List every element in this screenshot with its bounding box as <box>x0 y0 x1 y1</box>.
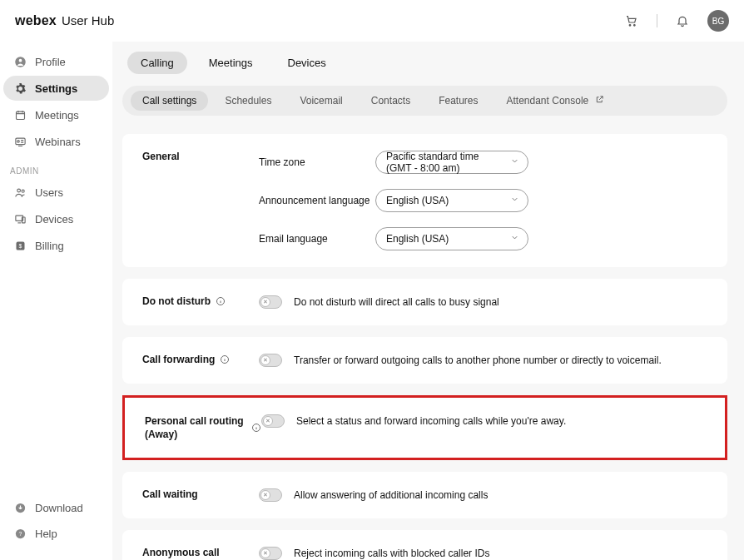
download-icon <box>13 501 27 514</box>
sidebar-item-devices[interactable]: Devices <box>3 206 109 231</box>
sidebar-item-webinars[interactable]: Webinars <box>3 129 109 154</box>
toggle-knob: ✕ <box>260 297 270 307</box>
sidebar: Profile Settings Meetings Webinars <box>0 42 112 560</box>
call-forwarding-toggle[interactable]: ✕ <box>259 354 282 367</box>
personal-routing-title-text: Personal call routing (Away) <box>145 414 246 441</box>
sidebar-item-label: Users <box>35 186 63 199</box>
dnd-title-text: Do not disturb <box>142 295 211 307</box>
dnd-title: Do not disturb <box>142 295 259 307</box>
subtab-voicemail[interactable]: Voicemail <box>288 91 354 111</box>
gear-icon <box>13 82 27 95</box>
logo: webex User Hub <box>15 13 114 28</box>
sidebar-item-billing[interactable]: $ Billing <box>3 233 109 258</box>
logo-product: User Hub <box>62 13 114 27</box>
announcement-lang-value: English (USA) <box>386 195 449 206</box>
svg-rect-10 <box>22 217 25 223</box>
chevron-down-icon <box>510 156 519 168</box>
chevron-down-icon <box>510 233 519 245</box>
sidebar-item-users[interactable]: Users <box>3 180 109 205</box>
subtab-label: Attendant Console <box>507 95 589 107</box>
logo-brand: webex <box>15 13 57 28</box>
svg-text:?: ? <box>18 531 22 537</box>
anon-reject-desc: Reject incoming calls with blocked calle… <box>294 548 489 559</box>
profile-icon <box>13 55 27 68</box>
sidebar-item-profile[interactable]: Profile <box>3 49 109 74</box>
email-lang-value: English (USA) <box>386 233 449 245</box>
sidebar-item-label: Settings <box>35 82 77 95</box>
tab-devices[interactable]: Devices <box>275 52 340 74</box>
sidebar-item-settings[interactable]: Settings <box>3 76 109 101</box>
call-waiting-card: Call waiting ✕ Allow answering of additi… <box>122 472 727 518</box>
sidebar-item-label: Billing <box>35 240 64 252</box>
announcement-lang-label: Announcement language <box>259 195 375 206</box>
billing-icon: $ <box>13 239 27 252</box>
avatar[interactable]: BG <box>707 10 729 32</box>
devices-icon <box>13 212 27 225</box>
call-forwarding-card: Call forwarding ✕ Transfer or forward ou… <box>122 337 727 384</box>
sidebar-item-download[interactable]: Download <box>3 495 109 520</box>
header-divider <box>657 14 657 27</box>
call-waiting-toggle[interactable]: ✕ <box>259 488 282 502</box>
announcement-lang-select[interactable]: English (USA) <box>375 189 528 212</box>
info-icon[interactable] <box>251 423 261 433</box>
top-tabs: Calling Meetings Devices <box>122 52 727 74</box>
personal-routing-card: Personal call routing (Away) ✕ Select a … <box>122 395 727 460</box>
time-zone-value: Pacific standard time (GMT - 8:00 am) <box>386 151 504 174</box>
call-forwarding-title: Call forwarding <box>142 354 259 365</box>
personal-routing-title: Personal call routing (Away) <box>145 414 261 441</box>
subtab-contacts[interactable]: Contacts <box>360 91 422 111</box>
time-zone-label: Time zone <box>259 156 375 168</box>
svg-point-7 <box>17 189 20 192</box>
time-zone-select[interactable]: Pacific standard time (GMT - 8:00 am) <box>375 151 528 174</box>
app-header: webex User Hub BG <box>0 0 744 42</box>
personal-routing-desc: Select a status and forward incoming cal… <box>296 415 566 427</box>
svg-rect-4 <box>16 112 24 119</box>
dnd-desc: Do not disturb will direct all calls to … <box>294 296 499 308</box>
toggle-knob: ✕ <box>260 355 270 365</box>
svg-point-6 <box>17 140 19 142</box>
sidebar-item-label: Profile <box>35 56 66 68</box>
call-forwarding-desc: Transfer or forward outgoing calls to an… <box>294 354 662 366</box>
main-content: Calling Meetings Devices Call settings S… <box>112 42 744 560</box>
help-icon: ? <box>13 527 27 540</box>
users-icon <box>13 186 27 199</box>
sidebar-item-meetings[interactable]: Meetings <box>3 102 109 127</box>
subtab-schedules[interactable]: Schedules <box>213 91 283 111</box>
svg-point-1 <box>634 25 636 27</box>
info-icon[interactable] <box>220 354 230 364</box>
anon-reject-toggle[interactable]: ✕ <box>259 547 282 560</box>
email-lang-label: Email language <box>259 233 375 245</box>
external-link-icon <box>595 95 604 107</box>
svg-point-0 <box>629 25 631 27</box>
dnd-toggle[interactable]: ✕ <box>259 295 282 309</box>
svg-point-8 <box>22 190 24 192</box>
subtab-call-settings[interactable]: Call settings <box>131 91 208 111</box>
toggle-knob: ✕ <box>263 416 273 426</box>
tab-calling[interactable]: Calling <box>127 52 187 74</box>
cart-icon[interactable] <box>625 14 638 27</box>
subtab-attendant-console[interactable]: Attendant Console <box>495 91 616 111</box>
bell-icon[interactable] <box>676 14 689 27</box>
info-icon[interactable] <box>216 296 226 306</box>
sidebar-item-label: Webinars <box>35 136 81 148</box>
sidebar-item-help[interactable]: ? Help <box>3 521 109 546</box>
call-waiting-desc: Allow answering of additional incoming c… <box>294 489 488 501</box>
anon-reject-title: Anonymous call rejection <box>142 547 259 560</box>
call-forwarding-title-text: Call forwarding <box>142 354 215 365</box>
email-lang-select[interactable]: English (USA) <box>375 227 528 250</box>
sidebar-item-label: Help <box>35 528 57 540</box>
svg-point-3 <box>18 58 22 62</box>
sidebar-item-label: Meetings <box>35 109 79 121</box>
tab-meetings[interactable]: Meetings <box>196 52 266 74</box>
general-card: General Time zone Pacific standard time … <box>122 134 727 267</box>
toggle-knob: ✕ <box>260 548 270 558</box>
sidebar-item-label: Devices <box>35 213 73 225</box>
dnd-card: Do not disturb ✕ Do not disturb will dir… <box>122 279 727 325</box>
svg-text:$: $ <box>18 243 22 249</box>
personal-routing-toggle[interactable]: ✕ <box>261 414 285 428</box>
subtab-features[interactable]: Features <box>427 91 489 111</box>
call-waiting-title: Call waiting <box>142 488 259 500</box>
webinar-icon <box>13 135 27 148</box>
sidebar-item-label: Download <box>35 502 83 514</box>
chevron-down-icon <box>510 195 519 206</box>
